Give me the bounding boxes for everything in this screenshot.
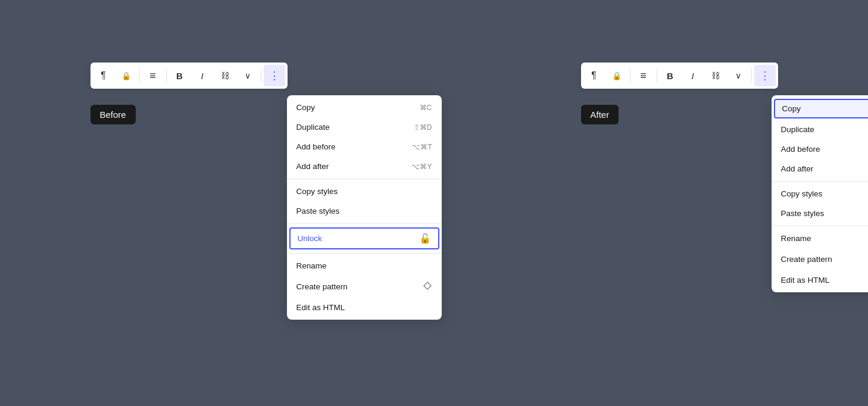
after-divider-1 — [630, 68, 630, 83]
before-copy-styles-label: Copy styles — [296, 187, 338, 196]
before-duplicate-shortcut: ⇧⌘D — [414, 123, 432, 132]
after-chevron-btn[interactable] — [728, 65, 749, 86]
before-copy-label: Copy — [296, 103, 316, 112]
after-edit-html-label: Edit as HTML — [781, 276, 830, 285]
after-italic-icon — [691, 71, 694, 81]
after-copy-label: Copy — [782, 104, 801, 113]
before-create-pattern-label: Create pattern — [296, 282, 348, 291]
lock-icon — [121, 71, 131, 80]
after-create-pattern-label: Create pattern — [781, 255, 832, 264]
align-btn[interactable] — [142, 65, 164, 86]
after-align-btn[interactable] — [633, 65, 654, 86]
after-italic-btn[interactable] — [682, 65, 704, 86]
dots-icon — [269, 69, 280, 82]
after-link-btn[interactable] — [705, 65, 726, 86]
after-add-after-item[interactable]: Add after ⌥⌘Y — [772, 159, 869, 179]
after-copy-styles-label: Copy styles — [781, 189, 823, 198]
after-rename-label: Rename — [781, 234, 811, 243]
chevron-btn[interactable] — [237, 65, 258, 86]
before-rename-item[interactable]: Rename — [287, 256, 442, 276]
after-section-3: Rename Create pattern Edit as HTML — [772, 226, 869, 292]
before-copy-shortcut: ⌘C — [420, 104, 432, 112]
before-duplicate-item[interactable]: Duplicate ⇧⌘D — [287, 117, 442, 137]
before-add-after-item[interactable]: Add after ⌥⌘Y — [287, 157, 442, 176]
after-toolbar: 🔒 — [581, 63, 778, 89]
after-align-icon — [640, 70, 647, 82]
before-section-3: Unlock 🔓 — [287, 224, 442, 254]
after-add-before-item[interactable]: Add before ⌥⌘T — [772, 139, 869, 159]
after-divider-3 — [751, 68, 752, 83]
after-duplicate-label: Duplicate — [781, 125, 814, 134]
before-add-before-label: Add before — [296, 142, 336, 151]
paragraph-icon — [101, 70, 106, 81]
before-paste-styles-item[interactable]: Paste styles — [287, 201, 442, 221]
after-create-pattern-item[interactable]: Create pattern — [772, 248, 869, 270]
before-unlock-label: Unlock — [298, 234, 322, 243]
after-context-menu: Copy ⌘C Duplicate ⇧⌘D Add before ⌥⌘T Add… — [772, 95, 869, 292]
before-copy-styles-item[interactable]: Copy styles — [287, 182, 442, 201]
after-lock-icon: 🔒 — [612, 71, 622, 80]
after-link-icon — [711, 71, 720, 80]
after-more-btn[interactable] — [754, 65, 776, 86]
chevron-icon — [245, 71, 251, 80]
after-panel: 🔒 — [581, 63, 778, 89]
after-copy-item[interactable]: Copy ⌘C — [774, 99, 869, 118]
lock-btn[interactable] — [115, 65, 137, 86]
before-unlock-item[interactable]: Unlock 🔓 — [289, 227, 439, 249]
after-label: After — [581, 105, 619, 124]
before-section-2: Copy styles Paste styles — [287, 179, 442, 224]
after-section-1: Copy ⌘C Duplicate ⇧⌘D Add before ⌥⌘T Add… — [772, 95, 869, 182]
before-add-after-label: Add after — [296, 162, 329, 171]
before-section-1: Copy ⌘C Duplicate ⇧⌘D Add before ⌥⌘T Add… — [287, 95, 442, 179]
before-edit-html-item[interactable]: Edit as HTML — [287, 298, 442, 317]
after-divider-2 — [657, 68, 657, 83]
after-bold-btn[interactable] — [660, 65, 681, 86]
before-diamond-icon — [423, 281, 432, 292]
before-copy-item[interactable]: Copy ⌘C — [287, 98, 442, 117]
divider-1 — [139, 68, 140, 83]
after-lock-btn[interactable]: 🔒 — [606, 65, 627, 86]
bold-icon — [176, 71, 183, 81]
before-duplicate-label: Duplicate — [296, 123, 330, 132]
before-context-menu: Copy ⌘C Duplicate ⇧⌘D Add before ⌥⌘T Add… — [287, 95, 442, 320]
before-add-after-shortcut: ⌥⌘Y — [411, 163, 432, 171]
divider-3 — [261, 68, 261, 83]
before-section-4: Rename Create pattern Edit as HTML — [287, 254, 442, 320]
before-toolbar — [90, 63, 288, 89]
paragraph-btn[interactable] — [93, 65, 114, 86]
align-icon — [149, 70, 156, 82]
more-btn[interactable] — [264, 65, 285, 86]
italic-icon — [201, 71, 203, 81]
before-create-pattern-item[interactable]: Create pattern — [287, 276, 442, 298]
bold-btn[interactable] — [169, 65, 191, 86]
before-panel: Copy ⌘C Duplicate ⇧⌘D Add before ⌥⌘T Add… — [90, 63, 288, 89]
after-edit-html-item[interactable]: Edit as HTML — [772, 270, 869, 290]
after-dots-icon — [760, 69, 770, 82]
italic-btn[interactable] — [192, 65, 213, 86]
after-add-after-label: Add after — [781, 164, 814, 173]
before-rename-label: Rename — [296, 261, 327, 270]
after-paste-styles-item[interactable]: Paste styles — [772, 204, 869, 223]
after-duplicate-item[interactable]: Duplicate ⇧⌘D — [772, 120, 869, 139]
lock-open-icon: 🔓 — [419, 233, 431, 244]
after-copy-styles-item[interactable]: Copy styles — [772, 184, 869, 204]
before-paste-styles-label: Paste styles — [296, 207, 340, 216]
after-section-2: Copy styles Paste styles — [772, 182, 869, 226]
after-paste-styles-label: Paste styles — [781, 209, 825, 218]
before-add-before-item[interactable]: Add before ⌥⌘T — [287, 137, 442, 157]
divider-2 — [166, 68, 167, 83]
before-edit-html-label: Edit as HTML — [296, 303, 345, 312]
link-icon — [221, 71, 229, 80]
after-add-before-label: Add before — [781, 145, 820, 154]
after-rename-item[interactable]: Rename — [772, 229, 869, 248]
after-bold-icon — [667, 71, 673, 81]
after-paragraph-btn[interactable] — [583, 65, 605, 86]
before-add-before-shortcut: ⌥⌘T — [412, 143, 432, 151]
after-chevron-icon — [735, 71, 741, 80]
after-paragraph-icon — [591, 70, 597, 81]
link-btn[interactable] — [214, 65, 236, 86]
before-label: Before — [90, 105, 136, 124]
